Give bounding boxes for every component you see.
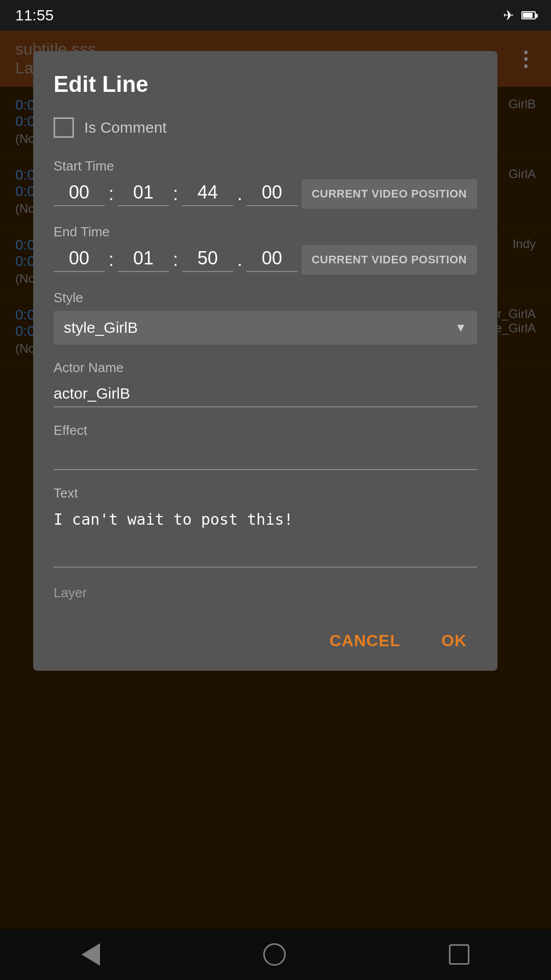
start-time-ms[interactable]: 00 — [246, 182, 297, 206]
start-time-row: 00 : 01 : 44 . 00 CURRENT VIDEO POSITION — [54, 179, 477, 209]
ok-button[interactable]: OK — [431, 626, 477, 655]
end-sep1: : — [109, 249, 114, 271]
text-label: Text — [54, 485, 477, 501]
start-sep2: : — [173, 183, 178, 205]
dialog-title: Edit Line — [54, 71, 477, 97]
status-icons: ✈ — [503, 8, 536, 23]
start-time-label: Start Time — [54, 158, 477, 174]
is-comment-label: Is Comment — [84, 119, 167, 136]
style-dropdown[interactable]: style_GirlB ▼ — [54, 311, 477, 345]
end-time-video-btn[interactable]: CURRENT VIDEO POSITION — [302, 245, 477, 275]
dialog-buttons: CANCEL OK — [54, 616, 477, 655]
start-sep1: : — [109, 183, 114, 205]
start-time-m[interactable]: 01 — [118, 182, 169, 206]
start-time-section: Start Time 00 : 01 : 44 . 00 CURRENT VID… — [54, 158, 477, 209]
actor-name-input[interactable] — [54, 381, 477, 407]
status-time: 11:55 — [15, 7, 54, 24]
start-sep3: . — [237, 183, 242, 205]
effect-section: Effect — [54, 423, 477, 470]
actor-name-section: Actor Name — [54, 360, 477, 407]
edit-line-dialog: Edit Line Is Comment Start Time 00 : 01 … — [33, 51, 497, 671]
text-input[interactable]: I can't wait to post this! — [54, 506, 477, 568]
effect-label: Effect — [54, 423, 477, 438]
layer-label: Layer — [54, 585, 87, 600]
style-label: Style — [54, 290, 477, 306]
layer-section: Layer — [54, 585, 477, 601]
effect-input[interactable] — [54, 444, 477, 470]
end-time-label: End Time — [54, 224, 477, 240]
end-time-m[interactable]: 01 — [118, 248, 169, 272]
end-time-row: 00 : 01 : 50 . 00 CURRENT VIDEO POSITION — [54, 245, 477, 275]
end-time-h[interactable]: 00 — [54, 248, 105, 272]
dropdown-arrow-icon: ▼ — [455, 321, 467, 335]
end-time-s[interactable]: 50 — [182, 248, 233, 272]
start-time-h[interactable]: 00 — [54, 182, 105, 206]
cancel-button[interactable]: CANCEL — [319, 626, 411, 655]
status-bar: 11:55 ✈ — [0, 0, 551, 31]
is-comment-checkbox[interactable] — [54, 117, 74, 138]
battery-icon — [521, 11, 536, 19]
is-comment-row: Is Comment — [54, 117, 477, 138]
end-sep2: : — [173, 249, 178, 271]
end-time-ms[interactable]: 00 — [246, 248, 297, 272]
airplane-icon: ✈ — [503, 8, 514, 23]
style-value: style_GirlB — [64, 319, 138, 336]
style-section: Style style_GirlB ▼ — [54, 290, 477, 345]
start-time-video-btn[interactable]: CURRENT VIDEO POSITION — [302, 179, 477, 209]
text-section: Text I can't wait to post this! — [54, 485, 477, 570]
start-time-s[interactable]: 44 — [182, 182, 233, 206]
actor-name-label: Actor Name — [54, 360, 477, 376]
end-time-section: End Time 00 : 01 : 50 . 00 CURRENT VIDEO… — [54, 224, 477, 275]
end-sep3: . — [237, 249, 242, 271]
